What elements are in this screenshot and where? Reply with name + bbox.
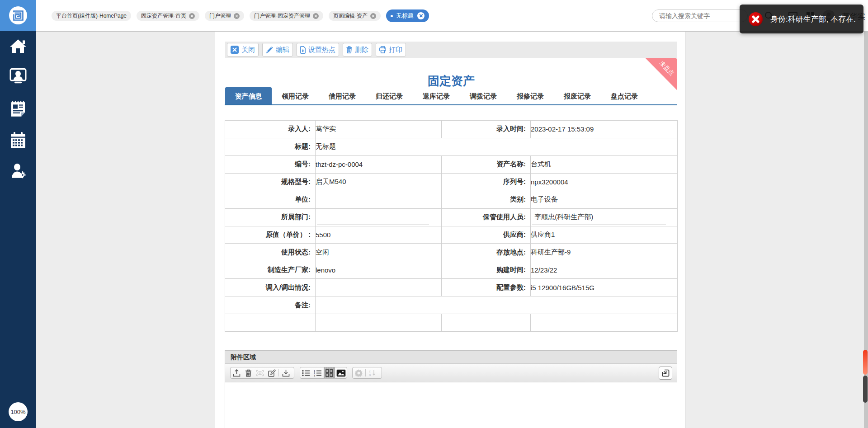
- svg-text:a: a: [369, 373, 371, 376]
- svg-text:3: 3: [314, 374, 315, 376]
